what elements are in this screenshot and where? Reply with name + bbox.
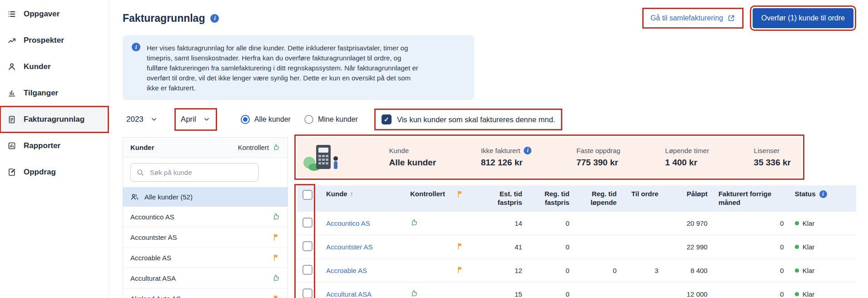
info-icon[interactable] [524,147,531,154]
sidebar-item-oppdrag[interactable]: Oppdrag [0,159,109,185]
td-status: Klar [789,235,856,258]
td-reg-fast: 0 [528,282,575,298]
th-flag [451,185,481,212]
table-wrap: Kunde Kontrollert Est. tid fastpris Reg.… [297,185,856,298]
th-reg-tid-lopende: Reg. tid løpende [575,185,622,212]
summary-kunde: Kunde Alle kunder [389,147,436,168]
table-row[interactable]: Acculturat ASA 15 0 12 000 0 Klar [297,282,856,298]
th-til-ordre: Til ordre [622,185,664,212]
th-reg-tid-fastpris: Reg. tid fastpris [528,185,575,212]
customer-panel: Kunder Kontrollert Alle kunder (52) Acco… [123,137,288,298]
customer-panel-title: Kunder [130,144,154,151]
sidebar-item-oppgaver[interactable]: Oppgaver [0,1,109,27]
sidebar-item-rapporter[interactable]: Rapporter [0,133,109,159]
row-checkbox[interactable] [303,265,312,275]
app-root: Oppgaver Prospekter Kunder Tilganger Fak… [0,0,868,298]
sidebar-item-label: Oppgaver [24,10,60,19]
customer-list-item[interactable]: Accroable AS [123,248,288,268]
th-status: Status [789,185,856,212]
all-customers-item[interactable]: Alle kunder (52) [123,187,288,207]
thumbs-up-icon [272,274,280,282]
reports-icon [7,141,16,150]
table-row[interactable]: Accountico AS 14 0 20 970 0 Klar [297,212,856,235]
td-flag [451,212,481,235]
sidebar-item-label: Prospekter [24,36,64,45]
td-til-ordre [622,235,664,258]
row-checkbox[interactable] [303,288,312,298]
summary-value: 775 390 kr [576,158,620,168]
title-info-icon[interactable] [210,14,219,23]
flag-icon [272,253,280,262]
sidebar-item-fakturagrunnlag[interactable]: Fakturagrunnlag [0,106,109,133]
thumbs-up-icon [273,144,280,151]
thumbs-up-icon [272,213,280,221]
status-label: Klar [803,267,815,274]
td-reg-lop [575,282,622,298]
summary-ikke-fakturert: Ikke fakturert 812 126 kr [481,147,532,168]
flag-icon [272,294,280,298]
status-dot-icon [795,221,799,225]
customer-link[interactable]: Accountico AS [326,219,370,227]
summary-label: Ikke fakturert [481,147,521,154]
radio-mine-kunder[interactable]: Mine kunder [304,115,358,124]
chevron-down-icon [150,115,158,124]
info-box: Her vises fakturagrunnlag for alle dine … [123,35,474,100]
main-content: Fakturagrunnlag Gå til samlefakturering … [109,0,868,298]
invoice-table: Kunde Kontrollert Est. tid fastpris Reg.… [297,185,856,298]
td-reg-fast: 0 [528,235,575,258]
summary-label: Løpende timer [665,147,709,154]
page-title: Fakturagrunnlag [123,12,205,25]
year-select[interactable]: 2023 [123,111,162,128]
td-status: Klar [789,212,856,235]
sidebar-item-label: Oppdrag [24,168,56,177]
customer-list-item[interactable]: Accountico AS [123,207,288,227]
select-all-checkbox[interactable] [303,190,312,200]
table-area: Kunde Alle kunder Ikke fakturert 812 126… [297,137,856,298]
td-palopt: 22 990 [664,235,713,258]
customer-list-item[interactable]: Acculturat ASA [123,268,288,288]
customer-link[interactable]: Accroable AS [326,267,367,274]
sidebar-item-kunder[interactable]: Kunder [0,54,109,80]
summary-faste-oppdrag: Faste oppdrag 775 390 kr [576,147,620,168]
th-label: Status [795,190,816,199]
td-est-tid: 14 [481,212,528,235]
status-dot-icon [795,245,799,249]
info-icon[interactable] [819,190,827,198]
checkbox-label: Vis kun kunder som skal faktureres denne… [397,115,555,124]
row-checkbox[interactable] [303,218,312,228]
th-fakturert-forrige: Fakturert forrige måned [713,185,789,212]
summary-bar: Kunde Alle kunder Ikke fakturert 812 126… [297,137,802,177]
tasks-icon [7,10,16,19]
sidebar-item-prospekter[interactable]: Prospekter [0,27,109,54]
customer-link[interactable]: Acculturat ASA [326,290,372,298]
row-checkbox[interactable] [303,241,312,251]
table-row[interactable]: Accroable AS 12 0 0 3 8 400 0 Klar [297,258,856,282]
customer-list-item[interactable]: Accountster AS [123,227,288,248]
sidebar-item-tilganger[interactable]: Tilganger [0,80,109,106]
th-est-tid-fastpris: Est. tid fastpris [481,185,528,212]
table-row[interactable]: Accountster AS 41 0 22 990 0 Klar [297,235,856,258]
radio-label: Alle kunder [254,115,291,124]
table-header-row: Kunde Kontrollert Est. tid fastpris Reg.… [297,185,856,212]
sort-ascending-icon [350,190,353,198]
month-select-value: April [181,115,196,124]
flag-icon [456,242,464,250]
status-dot-icon [795,268,799,273]
customer-link[interactable]: Accountster AS [326,243,373,251]
customer-list-item[interactable]: Aksland Auto AS [123,288,288,298]
td-reg-fast: 0 [528,212,575,235]
show-only-billable-checkbox[interactable]: Vis kun kunder som skal faktureres denne… [377,111,560,128]
transfer-to-order-button[interactable]: Overfør (1) kunde til ordre [753,8,853,28]
search-input[interactable] [149,168,253,177]
status-label: Klar [803,290,815,298]
customer-search[interactable] [130,163,258,182]
th-kunde[interactable]: Kunde [321,185,405,212]
td-fakturert: 0 [713,235,789,258]
month-select[interactable]: April [177,111,214,128]
radio-alle-kunder[interactable]: Alle kunder [241,115,291,124]
td-fakturert: 0 [713,282,789,298]
samlefakturering-link[interactable]: Gå til samlefakturering [645,10,741,26]
td-reg-lop [575,235,622,258]
summary-label: Lisenser [754,147,791,154]
th-label: Kunde [326,190,347,198]
